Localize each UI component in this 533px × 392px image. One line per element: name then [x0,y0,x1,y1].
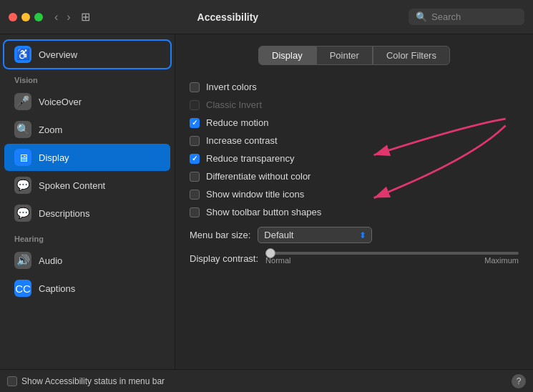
classic-invert-label: Classic Invert [206,99,262,110]
spoken-content-icon: 💬 [14,177,31,194]
window-icons-label: Show window title icons [206,189,304,200]
reduce-transparency-checkbox[interactable] [190,154,200,164]
sidebar-item-descriptions[interactable]: 💬 Descriptions [4,200,170,227]
sidebar-item-label: Descriptions [39,208,90,219]
content-area: Display Pointer Color Filters Invert col… [175,34,533,369]
overview-icon: ♿ [14,46,31,63]
invert-colors-label: Invert colors [206,82,257,92]
checkboxes-section: Invert colors Classic Invert Reduce moti… [190,78,519,221]
sidebar-item-display[interactable]: 🖥 Display [4,144,170,171]
sidebar: ♿ Overview Vision 🎤 VoiceOver 🔍 Zoom 🖥 D… [0,34,175,369]
increase-contrast-label: Increase contrast [206,135,278,146]
search-input[interactable] [431,11,517,22]
search-icon: 🔍 [416,11,427,22]
toolbar-shapes-label: Show toolbar button shapes [206,207,321,217]
sidebar-item-overview[interactable]: ♿ Overview [4,41,170,68]
display-contrast-slider[interactable] [265,252,519,255]
minimize-button[interactable] [21,13,30,21]
sidebar-item-zoom[interactable]: 🔍 Zoom [4,116,170,143]
search-box[interactable]: 🔍 [409,9,524,25]
checkbox-row-classic-invert: Classic Invert [190,96,519,114]
classic-invert-checkbox[interactable] [190,100,200,110]
descriptions-icon: 💬 [14,205,31,222]
window-title: Accessibility [47,11,409,23]
sidebar-item-captions[interactable]: CC Captions [4,275,170,302]
reduce-transparency-label: Reduce transparency [206,153,295,164]
increase-contrast-checkbox[interactable] [190,136,200,146]
close-button[interactable] [9,13,17,21]
checkbox-row-differentiate: Differentiate without color [190,167,519,185]
sidebar-section-vision: Vision [0,69,175,87]
main-layout: ♿ Overview Vision 🎤 VoiceOver 🔍 Zoom 🖥 D… [0,34,533,369]
voiceover-icon: 🎤 [14,93,31,110]
slider-container: Normal Maximum [265,252,519,265]
sidebar-item-voiceover[interactable]: 🎤 VoiceOver [4,88,170,115]
slider-max-label: Maximum [484,256,519,265]
menubar-size-row: Menu bar size: Default Large [190,221,519,246]
maximize-button[interactable] [34,13,43,21]
differentiate-color-label: Differentiate without color [206,171,310,182]
window-icons-checkbox[interactable] [190,190,200,200]
sidebar-section-hearing: Hearing [0,227,175,246]
checkbox-row-reduce-transparency: Reduce transparency [190,150,519,167]
tab-pointer[interactable]: Pointer [316,46,373,65]
reduce-motion-checkbox[interactable] [190,118,200,128]
audio-icon: 🔊 [14,252,31,269]
display-icon: 🖥 [14,149,31,166]
sidebar-item-audio[interactable]: 🔊 Audio [4,247,170,274]
sidebar-item-label: Spoken Content [39,180,105,191]
sidebar-item-spoken-content[interactable]: 💬 Spoken Content [4,172,170,199]
accessibility-status-checkbox[interactable] [7,376,17,386]
help-button[interactable]: ? [512,374,526,388]
checkbox-row-invert-colors: Invert colors [190,78,519,96]
accessibility-status-label: Show Accessibility status in menu bar [21,376,165,386]
menubar-size-select[interactable]: Default Large [258,227,372,243]
sidebar-item-label: Captions [39,283,75,294]
display-contrast-label: Display contrast: [190,253,258,264]
sidebar-item-label: Zoom [39,124,62,135]
sidebar-item-label: Overview [39,49,77,60]
checkbox-row-reduce-motion: Reduce motion [190,114,519,132]
display-contrast-row: Display contrast: Normal Maximum [190,246,519,270]
bottom-bar-left: Show Accessibility status in menu bar [7,376,165,386]
checkbox-row-toolbar-shapes: Show toolbar button shapes [190,203,519,221]
tab-color-filters[interactable]: Color Filters [373,46,450,65]
bottom-bar: Show Accessibility status in menu bar ? [0,369,533,392]
menubar-size-label: Menu bar size: [190,230,250,240]
toolbar-shapes-checkbox[interactable] [190,207,200,217]
differentiate-color-checkbox[interactable] [190,172,200,182]
slider-labels: Normal Maximum [265,256,519,265]
captions-icon: CC [14,280,31,297]
checkbox-row-window-icons: Show window title icons [190,185,519,203]
tab-display[interactable]: Display [258,46,316,65]
tab-bar: Display Pointer Color Filters [190,46,519,65]
zoom-icon: 🔍 [14,121,31,138]
slider-min-label: Normal [265,256,290,265]
sidebar-item-label: Display [39,152,69,163]
titlebar: ‹ › ⊞ Accessibility 🔍 [0,0,533,34]
sidebar-item-label: VoiceOver [39,97,82,107]
invert-colors-checkbox[interactable] [190,82,200,92]
sidebar-item-label: Audio [39,255,62,266]
menubar-size-wrapper: Default Large [258,227,372,243]
reduce-motion-label: Reduce motion [206,117,268,128]
traffic-lights [9,13,43,21]
checkbox-row-increase-contrast: Increase contrast [190,132,519,150]
